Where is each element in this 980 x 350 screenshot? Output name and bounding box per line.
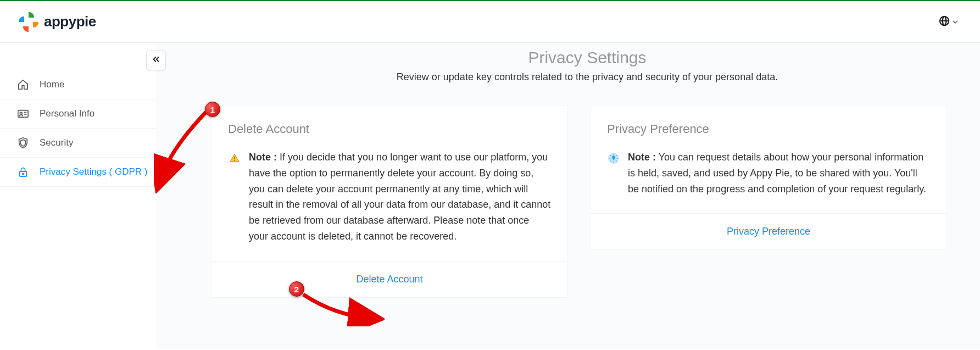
note-label: Note : (628, 152, 656, 163)
sidebar-item-label: Security (40, 137, 73, 148)
sidebar: Home Personal Info Security Privacy Sett… (0, 43, 156, 349)
sidebar-item-privacy-settings[interactable]: Privacy Settings ( GDPR ) (0, 158, 156, 187)
card-body: Note : If you decide that you no longer … (211, 149, 567, 262)
sidebar-item-security[interactable]: Security (0, 129, 156, 158)
sidebar-collapse-button[interactable] (146, 51, 166, 70)
warning-triangle-icon (228, 152, 241, 165)
sidebar-item-personal-info[interactable]: Personal Info (0, 99, 156, 129)
svg-point-5 (23, 173, 24, 174)
page-title: Privacy Settings (211, 48, 964, 67)
privacy-badge-icon (607, 152, 620, 165)
card-action: Delete Account (211, 262, 567, 297)
note-label: Note : (249, 152, 277, 163)
delete-account-link[interactable]: Delete Account (356, 274, 422, 285)
svg-point-1 (20, 112, 22, 114)
delete-account-card: Delete Account Note : If you decide that… (211, 105, 568, 298)
privacy-preference-card: Privacy Preference (590, 105, 947, 250)
shield-icon (16, 136, 30, 149)
main-content: Privacy Settings Review or update key co… (156, 43, 980, 349)
chevron-double-left-icon (151, 54, 161, 66)
logo-text: appypie (44, 13, 96, 30)
svg-rect-6 (234, 157, 235, 159)
chevron-down-icon (953, 19, 958, 25)
sidebar-item-label: Home (40, 79, 64, 90)
home-icon (16, 78, 30, 91)
sidebar-item-label: Privacy Settings ( GDPR ) (40, 166, 148, 177)
card-body: Note : You can request details about how… (591, 149, 946, 214)
card-note-text: Note : You can request details about how… (628, 149, 930, 197)
card-note-text: Note : If you decide that you no longer … (249, 149, 551, 245)
note-body: You can request details about how your p… (628, 152, 926, 195)
sidebar-item-home[interactable]: Home (0, 70, 156, 99)
annotation-step-1: 1 (205, 102, 220, 117)
sidebar-item-label: Personal Info (40, 108, 94, 119)
globe-icon (938, 15, 950, 29)
card-action: Privacy Preference (591, 214, 946, 249)
layout: Home Personal Info Security Privacy Sett… (0, 43, 980, 349)
logo-mark-icon (16, 10, 41, 34)
header: appypie (0, 1, 980, 43)
card-title: Delete Account (211, 105, 567, 149)
page-subtitle: Review or update key controls related to… (211, 71, 964, 83)
language-selector[interactable] (938, 15, 958, 29)
annotation-step-2: 2 (289, 281, 304, 297)
privacy-preference-link[interactable]: Privacy Preference (727, 226, 810, 237)
cards-row: Delete Account Note : If you decide that… (211, 105, 964, 298)
logo[interactable]: appypie (16, 10, 96, 34)
note-body: If you decide that you no longer want to… (249, 152, 550, 242)
id-card-icon (16, 107, 30, 120)
lock-icon (16, 165, 30, 179)
svg-rect-7 (234, 160, 235, 161)
card-title: Privacy Preference (591, 105, 946, 149)
